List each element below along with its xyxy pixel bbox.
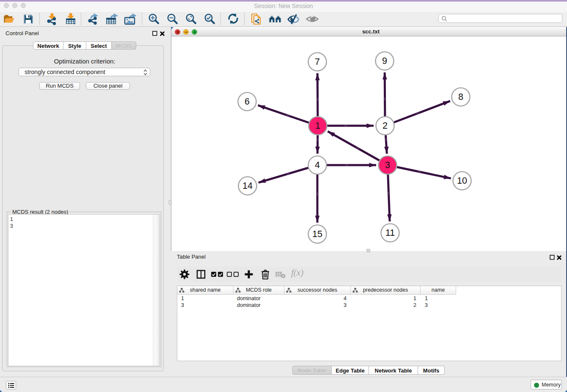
svg-text:2: 2 (383, 121, 388, 131)
svg-text:7: 7 (315, 57, 320, 67)
svg-text:15: 15 (312, 229, 322, 239)
svg-text:11: 11 (385, 228, 395, 238)
svg-text:14: 14 (242, 181, 253, 191)
svg-text:1: 1 (315, 121, 320, 131)
svg-text:4: 4 (315, 160, 320, 170)
svg-text:6: 6 (245, 97, 250, 107)
svg-text:9: 9 (382, 56, 387, 66)
svg-text:8: 8 (458, 92, 463, 102)
svg-text:10: 10 (457, 176, 467, 186)
svg-text:3: 3 (385, 160, 390, 170)
